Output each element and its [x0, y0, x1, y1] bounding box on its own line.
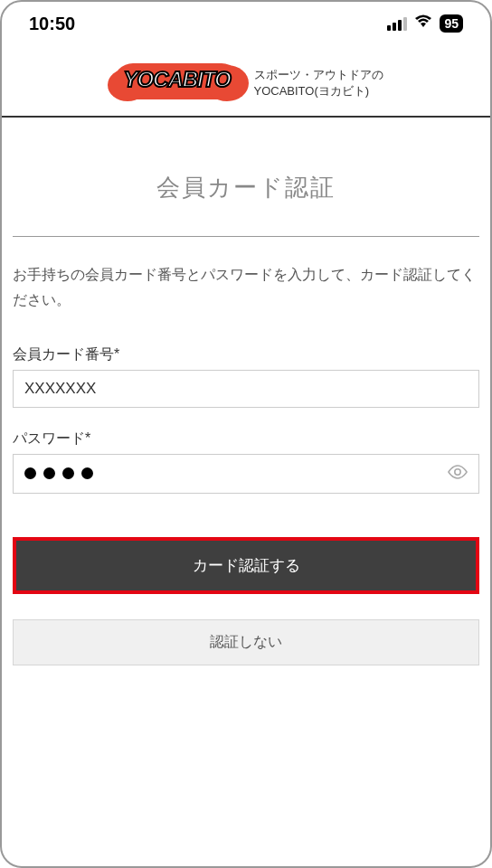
brand-logo: YOCABITO: [109, 63, 245, 103]
divider: [13, 236, 479, 237]
cellular-signal-icon: [387, 17, 407, 31]
page-title: 会員カード認証: [13, 118, 479, 236]
card-number-input[interactable]: [13, 370, 479, 408]
card-number-label: 会員カード番号*: [13, 345, 479, 364]
svg-point-0: [455, 469, 460, 475]
tagline-line-2: YOCABITO(ヨカビト): [254, 83, 383, 99]
brand-logo-text: YOCABITO: [109, 67, 245, 92]
status-icons: 95: [387, 14, 463, 33]
password-label: パスワード*: [13, 429, 479, 448]
status-time: 10:50: [29, 14, 75, 34]
authenticate-button[interactable]: カード認証する: [13, 537, 479, 594]
brand-tagline: スポーツ・アウトドアの YOCABITO(ヨカビト): [254, 67, 383, 99]
tagline-line-1: スポーツ・アウトドアの: [254, 67, 383, 83]
instructions-text: お手持ちの会員カード番号とパスワードを入力して、カード認証してください。: [13, 262, 479, 313]
wifi-icon: [414, 14, 432, 33]
battery-icon: 95: [440, 14, 463, 33]
status-bar: 10:50 95: [2, 2, 490, 45]
skip-auth-button[interactable]: 認証しない: [13, 619, 479, 665]
show-password-icon[interactable]: [447, 464, 468, 484]
password-input[interactable]: [13, 454, 479, 494]
brand-header: YOCABITO スポーツ・アウトドアの YOCABITO(ヨカビト): [2, 45, 490, 118]
